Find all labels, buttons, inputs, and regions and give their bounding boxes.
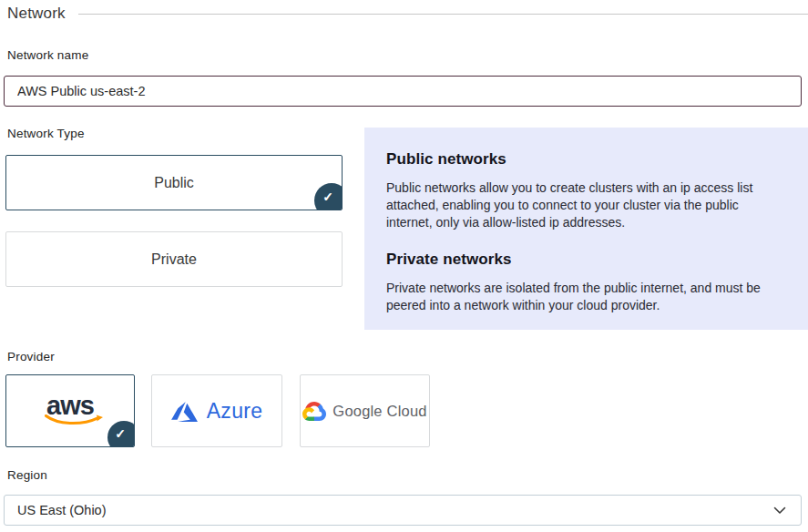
azure-wordmark: Azure [207, 399, 263, 424]
google-cloud-logo: Google Cloud [302, 402, 426, 421]
region-label: Region [7, 468, 47, 482]
chevron-down-icon [773, 506, 786, 515]
azure-logo: Azure [171, 399, 263, 424]
selected-check-badge: ✓ [107, 421, 135, 447]
network-name-input[interactable] [4, 76, 802, 107]
provider-option-azure[interactable]: Azure [151, 374, 282, 447]
network-type-label: Network Type [7, 127, 85, 140]
google-cloud-wordmark: Google Cloud [332, 403, 426, 420]
aws-smile-icon [45, 414, 103, 426]
aws-logo: aws [37, 392, 103, 426]
network-type-info-panel: Public networks Public networks allow yo… [364, 128, 808, 330]
region-select[interactable]: US East (Ohio) [4, 495, 802, 526]
provider-option-aws[interactable]: aws ✓ [5, 374, 135, 447]
region-selected-value: US East (Ohio) [17, 503, 773, 517]
info-heading-public: Public networks [386, 150, 786, 169]
network-name-label: Network name [7, 48, 88, 62]
header-divider [78, 14, 808, 15]
info-heading-private: Private networks [386, 251, 786, 269]
selected-check-badge: ✓ [314, 183, 343, 210]
provider-label: Provider [7, 350, 55, 363]
provider-option-google-cloud[interactable]: Google Cloud [300, 374, 430, 447]
check-icon: ✓ [115, 426, 126, 441]
info-body-private: Private networks are isolated from the p… [386, 280, 783, 314]
network-type-option-private[interactable]: Private [5, 231, 343, 287]
network-type-option-public[interactable]: Public ✓ [5, 155, 343, 210]
network-form: Network Network name Network Type Public… [0, 0, 808, 532]
network-type-option-label: Public [154, 175, 194, 191]
azure-icon [171, 401, 199, 422]
info-body-public: Public networks allow you to create clus… [386, 179, 783, 231]
google-cloud-icon [302, 402, 326, 421]
section-header: Network [7, 2, 808, 26]
page-title: Network [7, 5, 66, 23]
check-icon: ✓ [322, 189, 333, 204]
network-type-option-label: Private [151, 251, 197, 268]
